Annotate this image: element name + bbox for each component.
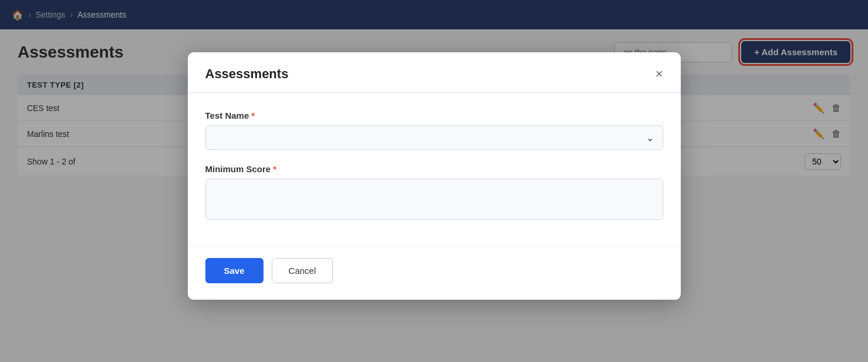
assessments-modal: Assessments × Test Name* ⌄ Minimum Score… (188, 52, 681, 300)
test-name-select[interactable] (205, 125, 663, 150)
page-background: 🏠 › Settings › Assessments Assessments +… (0, 0, 868, 362)
test-name-group: Test Name* ⌄ (205, 110, 663, 150)
test-name-required: * (251, 110, 255, 120)
minimum-score-group: Minimum Score* (205, 164, 663, 220)
minimum-score-input[interactable] (205, 179, 663, 220)
test-name-label: Test Name* (205, 110, 663, 120)
modal-body: Test Name* ⌄ Minimum Score* (188, 93, 681, 246)
modal-header: Assessments × (188, 52, 681, 93)
modal-footer: Save Cancel (188, 246, 681, 300)
test-name-select-wrapper: ⌄ (205, 125, 663, 150)
minimum-score-label-text: Minimum Score (205, 164, 271, 174)
modal-title: Assessments (205, 66, 289, 82)
minimum-score-required: * (273, 164, 276, 174)
test-name-label-text: Test Name (205, 110, 249, 120)
modal-close-button[interactable]: × (656, 68, 663, 81)
cancel-button[interactable]: Cancel (272, 258, 333, 283)
minimum-score-label: Minimum Score* (205, 164, 663, 174)
save-button[interactable]: Save (205, 258, 264, 283)
